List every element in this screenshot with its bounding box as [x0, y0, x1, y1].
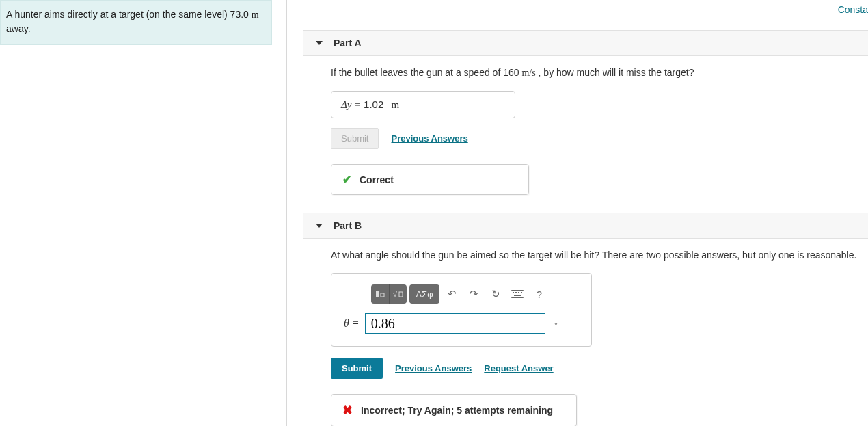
right-column: Part A If the bullet leaves the gun at a… [287, 0, 868, 426]
svg-rect-8 [521, 292, 522, 293]
feedback-text-b: Incorrect; Try Again; 5 attempts remaini… [361, 405, 553, 416]
symbols-group: ΑΣφ [409, 284, 439, 304]
answer-input-panel: √ ΑΣφ ↶ ↷ ↻ ? θ = [331, 273, 592, 347]
reset-button[interactable]: ↻ [486, 284, 505, 304]
svg-rect-5 [513, 292, 514, 293]
svg-rect-1 [381, 293, 384, 297]
part-b-question: At what angle should the gun be aimed so… [331, 250, 868, 261]
svg-rect-3 [399, 292, 403, 297]
x-icon: ✖ [342, 403, 353, 418]
qA-pre: If the bullet leaves the gun at a speed … [331, 67, 521, 78]
chevron-down-icon [316, 224, 323, 228]
part-b-feedback: ✖ Incorrect; Try Again; 5 attempts remai… [331, 394, 577, 426]
angle-input[interactable] [365, 313, 545, 334]
root-button[interactable]: √ [389, 284, 407, 304]
part-b-header[interactable]: Part B [303, 213, 868, 239]
keyboard-button[interactable] [508, 284, 527, 304]
template-group: √ [371, 284, 407, 304]
left-column: A hunter aims directly at a target (on t… [0, 0, 287, 426]
degree-unit: ∘ [554, 319, 558, 328]
main-layout: A hunter aims directly at a target (on t… [0, 0, 868, 426]
help-button[interactable]: ? [530, 284, 549, 304]
undo-button[interactable]: ↶ [442, 284, 461, 304]
theta-label: θ = [344, 317, 360, 330]
feedback-text-a: Correct [360, 174, 394, 185]
svg-rect-0 [376, 291, 379, 297]
part-a-body: If the bullet leaves the gun at a speed … [303, 56, 868, 213]
part-a-answer-box: Δy = 1.02 m [331, 91, 515, 118]
part-a-question: If the bullet leaves the gun at a speed … [331, 67, 868, 79]
check-icon: ✔ [342, 173, 351, 186]
template-button[interactable] [371, 284, 389, 304]
problem-statement: A hunter aims directly at a target (on t… [0, 0, 272, 45]
qA-unit: m/s [521, 68, 535, 78]
part-b-body: At what angle should the gun be aimed so… [303, 239, 868, 426]
part-a-buttons: Submit Previous Answers [331, 128, 868, 149]
answer-unit: m [392, 99, 400, 110]
previous-answers-link-a[interactable]: Previous Answers [391, 133, 467, 144]
part-b-title: Part B [334, 220, 362, 231]
problem-text-b: away. [6, 23, 31, 34]
svg-rect-4 [511, 291, 524, 298]
brand-link[interactable]: Consta [838, 4, 868, 15]
part-a-feedback: ✔ Correct [331, 164, 529, 195]
qA-post: , by how much will it miss the target? [536, 67, 694, 78]
previous-answers-link-b[interactable]: Previous Answers [395, 363, 472, 373]
answer-value: 1.02 [364, 98, 383, 110]
submit-button-a: Submit [331, 128, 379, 149]
problem-unit: m [252, 10, 259, 20]
equation-toolbar: √ ΑΣφ ↶ ↷ ↻ ? [371, 284, 579, 304]
part-a-header[interactable]: Part A [303, 30, 868, 56]
redo-button[interactable]: ↷ [464, 284, 483, 304]
svg-rect-9 [514, 295, 521, 296]
svg-rect-6 [515, 292, 517, 293]
part-a-title: Part A [334, 38, 362, 49]
chevron-down-icon [316, 41, 323, 45]
answer-label: Δy = [341, 99, 364, 110]
greek-symbols-button[interactable]: ΑΣφ [409, 284, 439, 304]
part-b-buttons: Submit Previous Answers Request Answer [331, 358, 868, 379]
svg-rect-7 [518, 292, 519, 293]
svg-text:√: √ [393, 290, 398, 298]
equation-row: θ = ∘ [344, 313, 579, 334]
submit-button-b[interactable]: Submit [331, 358, 383, 379]
request-answer-link[interactable]: Request Answer [484, 363, 553, 373]
problem-text-a: A hunter aims directly at a target (on t… [6, 9, 252, 20]
